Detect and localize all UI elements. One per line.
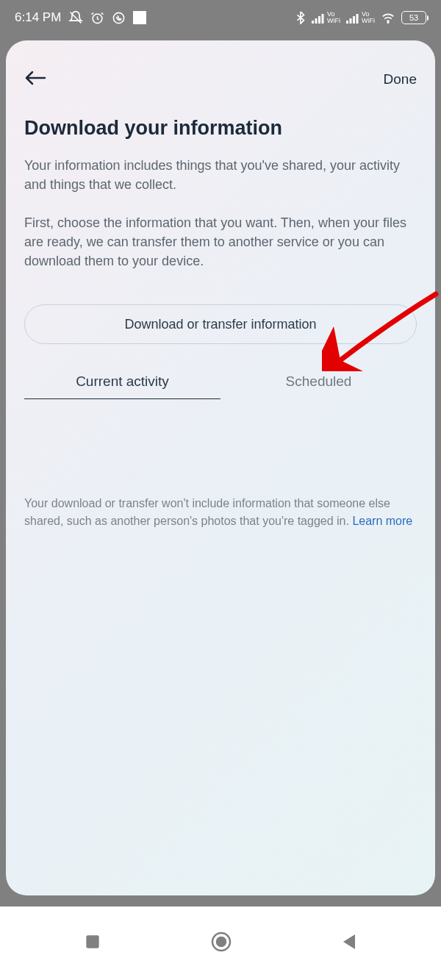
signal-2: VoWiFi [346,11,375,24]
footnote: Your download or transfer won't include … [24,495,417,530]
svg-rect-6 [346,21,348,24]
silent-icon [68,10,83,25]
whatsapp-icon [112,11,126,25]
bluetooth-icon [295,11,306,24]
svg-rect-7 [350,18,352,24]
wifi-icon [381,12,395,24]
done-button[interactable]: Done [384,71,417,87]
status-time: 6:14 PM [15,10,61,25]
download-transfer-button[interactable]: Download or transfer information [24,304,417,344]
nav-back-button[interactable] [340,932,358,954]
signal-1: VoWiFi [312,11,340,24]
svg-rect-4 [318,16,320,24]
svg-rect-8 [353,16,355,24]
system-nav-bar [0,906,441,980]
svg-point-13 [217,937,226,946]
vowifi-icon: VoWiFi [362,11,375,24]
intro-text-2: First, choose the information that you w… [24,213,417,271]
vowifi-icon: VoWiFi [327,11,340,24]
nav-recent-button[interactable] [83,932,102,954]
learn-more-link[interactable]: Learn more [352,515,412,527]
battery-icon: 53 [401,11,426,24]
nav-home-button[interactable] [210,931,232,956]
tabs: Current activity Scheduled [24,373,417,399]
tab-current-activity[interactable]: Current activity [24,373,220,399]
main-card: Done Download your information Your info… [6,40,435,895]
status-bar: 6:14 PM VoWiFi VoWiFi 53 [0,0,441,35]
page-title: Download your information [24,117,417,140]
tab-scheduled[interactable]: Scheduled [220,373,417,399]
svg-rect-9 [356,14,359,24]
svg-rect-3 [315,18,318,24]
app-indicator-icon [133,11,146,24]
back-button[interactable] [24,70,46,89]
svg-rect-5 [322,14,324,24]
svg-rect-11 [87,935,99,948]
intro-text-1: Your information includes things that yo… [24,156,417,194]
footnote-text: Your download or transfer won't include … [24,497,390,527]
svg-point-10 [387,22,389,24]
alarm-icon [90,11,104,25]
svg-rect-2 [312,21,314,24]
